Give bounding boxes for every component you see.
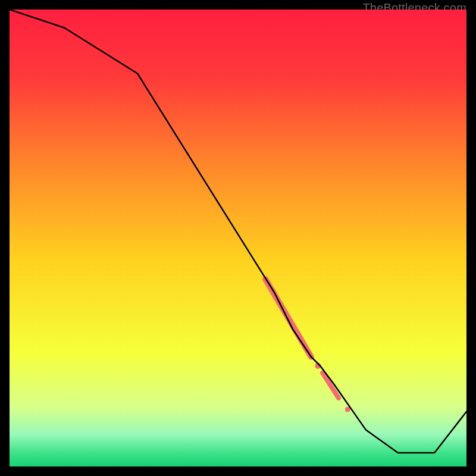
background-gradient [10,10,466,466]
chart-svg [10,10,466,466]
chart-frame: TheBottleneck.com [10,10,466,466]
